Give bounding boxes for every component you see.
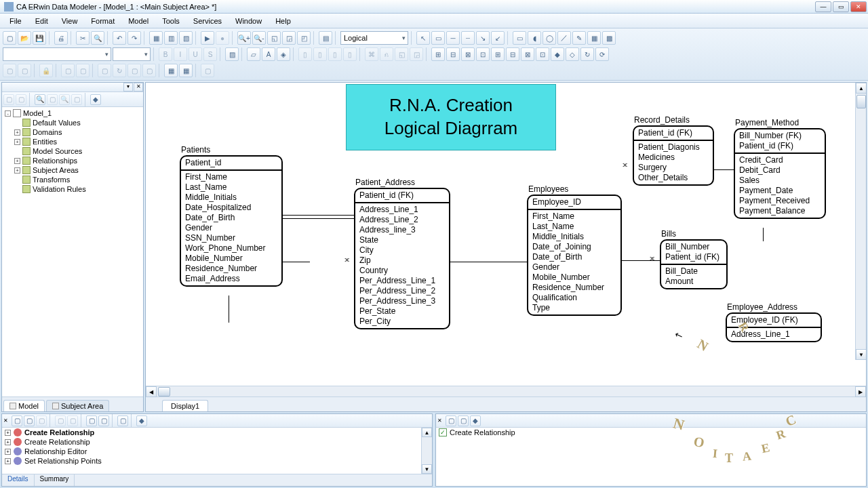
expander-icon[interactable]: + [14,158,20,164]
underline-icon[interactable]: U [189,47,202,61]
layout-4-icon[interactable]: ⊡ [476,47,490,61]
explorer-btn-3-icon[interactable]: ▢ [47,94,58,105]
al-btn-6-icon[interactable]: ▢ [86,415,97,426]
align-3-icon[interactable]: ▯ [328,47,342,61]
tree-item[interactable]: Model Sources [3,146,142,156]
pointer-icon[interactable]: ↖ [416,31,430,45]
tool-c-icon[interactable]: ▧ [179,31,193,45]
t3-5-icon[interactable]: ▢ [98,64,111,77]
relationship-line[interactable] [283,262,310,262]
align-4-icon[interactable]: ▯ [343,47,357,61]
cut-icon[interactable]: ✂ [76,31,90,45]
layout-11-icon[interactable]: ↻ [580,47,594,61]
explorer-btn-5-icon[interactable]: ▢ [71,94,82,105]
explorer-btn-4-icon[interactable]: 🔍 [59,94,70,105]
annotation-icon[interactable]: ✎ [572,31,586,45]
adv-btn-1-icon[interactable]: ▢ [446,415,456,426]
scroll-left-icon[interactable]: ◀ [146,386,157,397]
al-btn-8-icon[interactable]: ▢ [117,415,128,426]
tree-item[interactable]: +Entities [3,137,142,146]
tool-a-icon[interactable]: ▦ [149,31,163,45]
vertical-scrollbar[interactable]: ▲ ▼ [855,83,866,360]
explorer-close-icon[interactable]: ✕ [134,83,143,92]
zoom-100-icon[interactable]: ◲ [282,31,296,45]
panel-close-icon[interactable]: ✕ [437,418,444,424]
al-btn-9-icon[interactable]: ◆ [136,415,147,426]
line-color-icon[interactable]: ▱ [247,47,260,61]
explorer-search-icon[interactable]: 🔍 [35,94,45,105]
t3-1-icon[interactable]: ▢ [3,64,16,77]
drawing-icon[interactable]: ▦ [587,31,601,45]
scroll-up-icon[interactable]: ▲ [856,83,866,94]
menu-file[interactable]: File [3,16,28,26]
action-scrollbar[interactable]: ▲▼ [421,428,432,474]
action-item[interactable]: +Set Relationship Points [2,456,421,466]
t3-6-icon[interactable]: ↻ [113,64,126,77]
explorer-btn-2-icon[interactable]: ▢ [16,94,26,105]
expander-icon[interactable]: + [5,458,11,464]
group-icon[interactable]: ⌘ [365,47,378,61]
al-btn-5-icon[interactable]: ▢ [67,415,78,426]
zoom-out-icon[interactable]: 🔍- [252,31,266,45]
expander-icon[interactable]: + [14,167,20,174]
entity-employee-address[interactable]: Employee_Address Employee_ID (FK) Addres… [726,302,822,342]
shape-rrect-icon[interactable]: ◖ [528,31,541,45]
scroll-up-icon[interactable]: ▲ [422,428,432,437]
menu-model[interactable]: Model [121,16,155,26]
theme-icon[interactable]: ◈ [277,47,290,61]
layout-6-icon[interactable]: ⊟ [506,47,519,61]
expander-icon[interactable]: + [5,430,11,436]
layout-2-icon[interactable]: ⊟ [446,47,460,61]
zoom-fit-icon[interactable]: ◱ [267,31,281,45]
tree-item[interactable]: +Subject Areas [3,165,142,175]
explorer-btn-6-icon[interactable]: ◆ [90,94,101,105]
tab-details[interactable]: Details [2,474,35,486]
diagram-canvas[interactable]: R.N.A. Creation Logical Diagrram Patient… [146,83,866,386]
manymany-rel-icon[interactable]: ↘ [476,31,490,45]
undo-icon[interactable]: ↶ [113,31,126,45]
menu-services[interactable]: Services [186,16,229,26]
al-btn-2-icon[interactable]: ▢ [24,415,35,426]
relationship-line[interactable] [283,218,354,219]
layout-9-icon[interactable]: ◆ [551,47,564,61]
relationship-line[interactable] [714,169,734,170]
subtype-icon[interactable]: ↙ [491,31,505,45]
tab-subject-area[interactable]: Subject Area [46,400,109,411]
entity-record-details[interactable]: Record_Details Patient_id (FK) Patient_D… [633,115,714,186]
action-item[interactable]: +Create Relationship [2,437,421,447]
advisories-list[interactable]: ✓ Create Relationship [436,428,866,486]
entity-patient-address[interactable]: Patient_Address Patient_id (FK) Address_… [354,178,450,329]
new-icon[interactable]: ▢ [3,31,16,45]
align-2-icon[interactable]: ▯ [313,47,327,61]
explorer-btn-1-icon[interactable]: ▢ [3,94,14,105]
scroll-down-icon[interactable]: ▼ [856,349,866,360]
entity-payment-method[interactable]: Payment_Method Bill_Number (FK)Patient_i… [734,118,826,219]
entity-bills[interactable]: Bills Bill_NumberPatient_id (FK) Bill_Da… [660,229,728,289]
tab-model[interactable]: Model [3,400,45,411]
diagram-title-box[interactable]: R.N.A. Creation Logical Diagrram [346,84,556,150]
t3-9-icon[interactable]: ▦ [164,64,178,77]
t3-8-icon[interactable]: ▢ [142,64,156,77]
stop-icon[interactable]: ● [216,31,229,45]
nonidentifying-rel-icon[interactable]: ┄ [461,31,475,45]
expander-icon[interactable]: + [14,139,20,145]
menu-edit[interactable]: Edit [28,16,55,26]
tree-item[interactable]: +Relationships [3,156,142,165]
t3-2-icon[interactable]: ▢ [18,64,31,77]
ungroup-icon[interactable]: ⎌ [380,47,393,61]
font-size-combo[interactable] [113,47,151,61]
scroll-right-icon[interactable]: ▶ [855,386,866,397]
lock-icon[interactable]: 🔒 [39,64,53,77]
al-btn-1-icon[interactable]: ▢ [12,415,22,426]
minimize-button[interactable]: — [815,1,831,12]
panel-close-icon[interactable]: ✕ [3,418,10,424]
menu-tools[interactable]: Tools [155,16,186,26]
al-btn-4-icon[interactable]: ▢ [55,415,66,426]
t3-10-icon[interactable]: ▦ [179,64,193,77]
relationship-line[interactable] [450,262,527,262]
t3-11-icon[interactable]: ▢ [201,64,214,77]
zoom-in-icon[interactable]: 🔍+ [237,31,251,45]
explorer-tree[interactable]: - Model_1 Default Values +Domains +Entit… [2,107,143,396]
scroll-down-icon[interactable]: ▼ [422,464,432,474]
view-combo[interactable]: Logical [340,31,408,45]
